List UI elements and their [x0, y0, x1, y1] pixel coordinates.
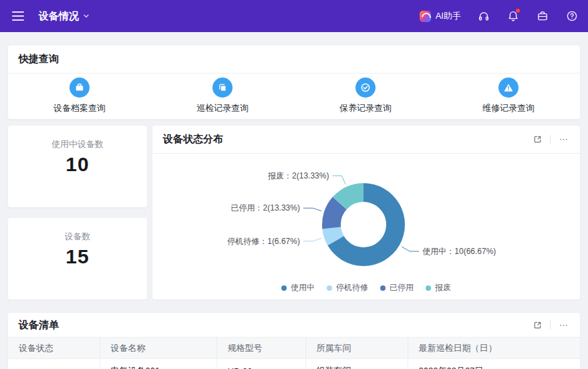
stat-label: 设备数: [8, 231, 147, 243]
briefcase-icon[interactable]: [536, 9, 549, 23]
label-line: [332, 176, 345, 184]
quick-link-label: 设备档案查询: [53, 102, 106, 114]
device-list-card: 设备清单: [8, 313, 580, 369]
legend-dot: [327, 285, 332, 291]
quick-query-card: 快捷查询 设备档案查询 巡检记录查询: [8, 45, 580, 119]
stats-chart-row: 使用中设备数 10 设备数 15 设备状态分布: [8, 126, 580, 299]
table-cell: 2023年03月27日: [408, 359, 580, 369]
expand-icon[interactable]: [531, 134, 543, 146]
quick-link-device-archive[interactable]: 设备档案查询: [8, 78, 151, 114]
legend-dot: [281, 285, 287, 291]
table-card-title: 设备清单: [19, 319, 59, 332]
device-table: 设备状态设备名称规格型号所属车间最新巡检日期（日） 电气设备001HB-06组装…: [8, 337, 580, 369]
topbar-actions: AI助手: [420, 9, 579, 23]
more-icon[interactable]: [557, 134, 569, 146]
column-header: 最新巡检日期（日）: [408, 338, 580, 359]
legend-label: 已停用: [390, 282, 414, 293]
pie-label: 停机待修：1(6.67%): [227, 237, 300, 246]
pie-label: 使用中：10(66.67%): [422, 247, 496, 256]
quick-link-repair-records[interactable]: 维修记录查询: [437, 78, 580, 114]
table-cell: [8, 359, 100, 369]
help-icon[interactable]: [565, 9, 579, 23]
more-icon[interactable]: [557, 319, 569, 331]
quick-query-title: 快捷查询: [19, 53, 59, 66]
chart-card-tools: [531, 134, 569, 146]
chevron-down-icon: [83, 13, 90, 19]
legend-item-停机待修[interactable]: 停机待修: [327, 282, 368, 293]
table-card-tools: [531, 319, 569, 331]
notification-badge: [516, 9, 520, 13]
device-status-chart-card: 设备状态分布: [152, 126, 580, 299]
menu-icon[interactable]: [12, 11, 24, 21]
check-circle-icon: [355, 78, 376, 98]
legend-dot: [426, 285, 431, 291]
expand-icon[interactable]: [531, 319, 543, 331]
quick-link-label: 巡检记录查询: [196, 102, 249, 114]
label-line: [303, 208, 321, 211]
chart-card-title: 设备状态分布: [163, 133, 223, 146]
legend-dot: [380, 285, 386, 291]
quick-link-label: 维修记录查询: [482, 102, 535, 114]
divider: [550, 320, 551, 330]
label-line: [303, 238, 321, 241]
quick-link-maintenance-records[interactable]: 保养记录查询: [294, 78, 437, 114]
stat-column: 使用中设备数 10 设备数 15: [8, 126, 147, 299]
bell-icon[interactable]: [506, 9, 520, 23]
stat-card-total: 设备数 15: [8, 218, 147, 299]
device-status-donut-chart[interactable]: 使用中：10(66.67%)停机待修：1(6.67%)已停用：2(13.33%)…: [152, 154, 580, 299]
legend-label: 使用中: [291, 282, 315, 293]
main-content: 快捷查询 设备档案查询 巡检记录查询: [0, 32, 588, 369]
table-row[interactable]: 电气设备001HB-06组装车间2023年03月27日: [8, 359, 580, 369]
legend-item-使用中[interactable]: 使用中: [281, 282, 315, 293]
column-header: 设备状态: [8, 338, 100, 359]
stat-value: 10: [8, 153, 147, 176]
page-title: 设备情况: [39, 10, 79, 23]
quick-link-label: 保养记录查询: [339, 102, 392, 114]
ai-assistant-button[interactable]: AI助手: [420, 10, 461, 22]
briefcase-icon: [69, 78, 90, 98]
table-cell: HB-06: [216, 359, 305, 369]
legend-item-已停用[interactable]: 已停用: [380, 282, 414, 293]
chart-legend: 使用中停机待修已停用报废: [152, 282, 580, 293]
ai-assistant-label: AI助手: [436, 10, 461, 22]
stat-value: 15: [8, 245, 147, 268]
ai-assistant-logo: [420, 11, 431, 22]
table-cell: 电气设备001: [100, 359, 216, 369]
table-cell: 组装车间: [305, 359, 408, 369]
pie-label: 已停用：2(13.33%): [231, 203, 300, 213]
column-header: 规格型号: [216, 338, 305, 359]
quick-link-inspection-records[interactable]: 巡检记录查询: [151, 78, 294, 114]
headset-icon[interactable]: [477, 9, 490, 23]
legend-label: 停机待修: [336, 282, 368, 293]
stat-card-in-use: 使用中设备数 10: [8, 126, 147, 207]
table-card-header: 设备清单: [8, 313, 580, 337]
quick-query-header: 快捷查询: [8, 45, 580, 74]
label-line: [402, 247, 419, 251]
page-title-dropdown[interactable]: 设备情况: [39, 10, 90, 23]
quick-query-body: 设备档案查询 巡检记录查询 保养记录查询: [8, 74, 580, 118]
column-header: 所属车间: [305, 338, 408, 359]
donut-chart-area: 使用中：10(66.67%)停机待修：1(6.67%)已停用：2(13.33%)…: [152, 154, 580, 299]
pie-label: 报废：2(13.33%): [267, 171, 329, 180]
topbar: 设备情况 AI助手: [0, 0, 588, 32]
copy-icon: [212, 78, 233, 98]
divider: [550, 135, 551, 144]
legend-item-报废[interactable]: 报废: [426, 282, 451, 293]
column-header: 设备名称: [100, 338, 216, 359]
stat-label: 使用中设备数: [8, 138, 147, 150]
table-header-row: 设备状态设备名称规格型号所属车间最新巡检日期（日）: [8, 338, 580, 359]
legend-label: 报废: [435, 282, 451, 293]
chart-card-header: 设备状态分布: [152, 126, 580, 154]
warning-triangle-icon: [498, 78, 519, 98]
